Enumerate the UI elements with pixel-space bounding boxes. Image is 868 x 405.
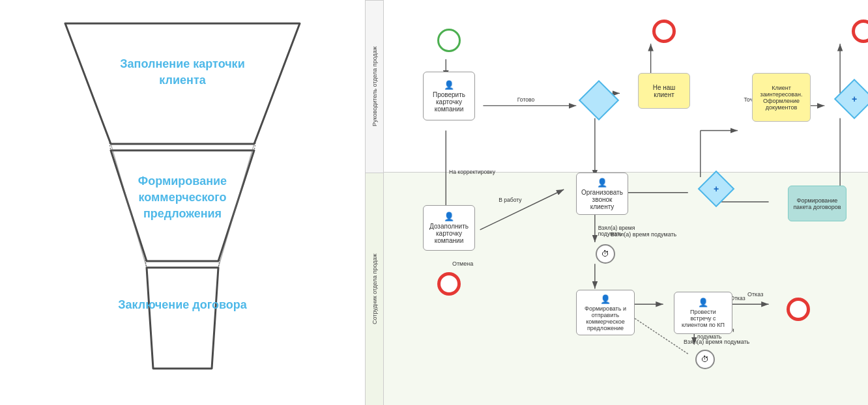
bpmn-diagram: Руководитель отдела продаж Сотрудник отд… <box>366 0 868 405</box>
label-took-time-1: Взял(а) время подумать <box>611 231 676 238</box>
end-event-cancel <box>437 272 461 296</box>
person-icon-3: 👤 <box>597 178 607 188</box>
task-not-our-client[interactable]: Не наш клиент <box>638 73 690 109</box>
person-icon-4: 👤 <box>600 294 611 304</box>
bpmn-section: Руководитель отдела продаж Сотрудник отд… <box>365 0 868 405</box>
gateway-2: + <box>840 85 868 113</box>
task-fill-card[interactable]: 👤 Дозаполнить карточку компании <box>423 205 475 251</box>
person-icon-1: 👤 <box>444 80 454 90</box>
person-icon-5: 👤 <box>698 298 708 307</box>
lane-labels: Руководитель отдела продаж Сотрудник отд… <box>366 0 384 405</box>
gateway-join: + <box>703 176 729 202</box>
task-form-package[interactable]: Формирование пакета договоров <box>788 186 846 221</box>
gateway-1 <box>585 86 613 115</box>
task-organize-call[interactable]: 👤 Организовать звонок клиенту <box>576 173 628 215</box>
end-event-rejection <box>787 298 810 321</box>
intermediate-event-1: ⏱ <box>596 244 615 264</box>
task-client-interested[interactable]: Клиент заинтересован. Оформление докумен… <box>752 73 811 122</box>
clock-icon-2: ⏱ <box>701 355 709 364</box>
task-check-card[interactable]: 👤 Проверить карточку компании <box>423 72 475 120</box>
funnel-label-1: Заполнение карточки клиента <box>114 56 251 89</box>
label-rejection: Отказ <box>747 291 763 298</box>
end-event-1 <box>652 20 676 43</box>
label-took-time-2: Взял(а) время подумать <box>684 339 749 345</box>
start-event <box>437 29 461 52</box>
task-hold-meeting[interactable]: 👤 Провести встречу с клиентом по КП <box>674 292 732 334</box>
lane-top-label: Руководитель отдела продаж <box>366 0 383 173</box>
clock-icon-1: ⏱ <box>601 249 609 258</box>
task-form-send-cp[interactable]: 👤 Формировать и отправить коммерческое п… <box>576 290 635 335</box>
label-cancel: Отмена <box>452 260 473 267</box>
funnel-section: Заполнение карточки клиента Формирование… <box>0 0 365 405</box>
person-icon-2: 👤 <box>444 212 454 221</box>
funnel-diagram: Заполнение карточки клиента Формирование… <box>46 17 319 388</box>
lane-bottom-label: Сотрудник отдела продаж <box>366 173 383 405</box>
intermediate-event-2: ⏱ <box>695 350 715 369</box>
diagram-canvas: Готово На корректировку В работу <box>384 0 868 405</box>
funnel-label-2: Формирование коммерческого предложения <box>114 173 251 223</box>
funnel-label-3: Заключение договора <box>118 297 247 313</box>
